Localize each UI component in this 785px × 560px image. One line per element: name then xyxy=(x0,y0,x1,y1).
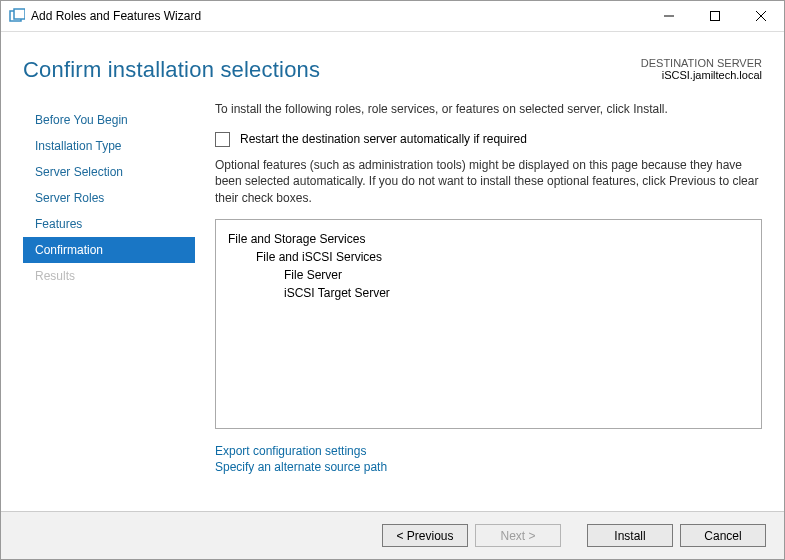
sidebar-item-server-roles[interactable]: Server Roles xyxy=(23,185,195,211)
next-button: Next > xyxy=(475,524,561,547)
minimize-button[interactable] xyxy=(646,1,692,30)
wizard-window: Add Roles and Features Wizard Confirm in… xyxy=(0,0,785,560)
destination-value: iSCSI.jamiltech.local xyxy=(641,69,762,81)
alternate-source-link[interactable]: Specify an alternate source path xyxy=(215,459,762,475)
sidebar-item-before-you-begin[interactable]: Before You Begin xyxy=(23,107,195,133)
sidebar-item-features[interactable]: Features xyxy=(23,211,195,237)
links-area: Export configuration settings Specify an… xyxy=(215,429,762,475)
destination-block: DESTINATION SERVER iSCSI.jamiltech.local xyxy=(641,57,762,81)
body: Before You Begin Installation Type Serve… xyxy=(1,97,784,511)
sidebar-item-installation-type[interactable]: Installation Type xyxy=(23,133,195,159)
main-content: To install the following roles, role ser… xyxy=(195,97,762,511)
restart-checkbox-row: Restart the destination server automatic… xyxy=(215,132,762,147)
list-item: File Server xyxy=(284,266,749,284)
close-button[interactable] xyxy=(738,1,784,30)
svg-rect-3 xyxy=(711,11,720,20)
page-title: Confirm installation selections xyxy=(23,57,320,83)
restart-checkbox-label: Restart the destination server automatic… xyxy=(240,132,527,146)
sidebar: Before You Begin Installation Type Serve… xyxy=(23,97,195,511)
optional-features-note: Optional features (such as administratio… xyxy=(215,157,762,207)
list-item: iSCSI Target Server xyxy=(284,284,749,302)
export-config-link[interactable]: Export configuration settings xyxy=(215,443,762,459)
sidebar-item-results: Results xyxy=(23,263,195,289)
install-button[interactable]: Install xyxy=(587,524,673,547)
restart-checkbox[interactable] xyxy=(215,132,230,147)
sidebar-item-confirmation[interactable]: Confirmation xyxy=(23,237,195,263)
previous-button[interactable]: < Previous xyxy=(382,524,468,547)
list-item: File and Storage Services xyxy=(228,230,749,248)
selections-listbox[interactable]: File and Storage Services File and iSCSI… xyxy=(215,219,762,429)
maximize-button[interactable] xyxy=(692,1,738,30)
cancel-button[interactable]: Cancel xyxy=(680,524,766,547)
header: Confirm installation selections DESTINAT… xyxy=(1,32,784,97)
footer: < Previous Next > Install Cancel xyxy=(1,511,784,559)
instruction-text: To install the following roles, role ser… xyxy=(215,102,762,118)
titlebar-title: Add Roles and Features Wizard xyxy=(31,9,646,23)
destination-label: DESTINATION SERVER xyxy=(641,57,762,69)
list-item: File and iSCSI Services xyxy=(256,248,749,266)
sidebar-item-server-selection[interactable]: Server Selection xyxy=(23,159,195,185)
app-icon xyxy=(9,8,25,24)
svg-rect-1 xyxy=(14,9,25,19)
titlebar: Add Roles and Features Wizard xyxy=(1,1,784,32)
window-controls xyxy=(646,1,784,31)
